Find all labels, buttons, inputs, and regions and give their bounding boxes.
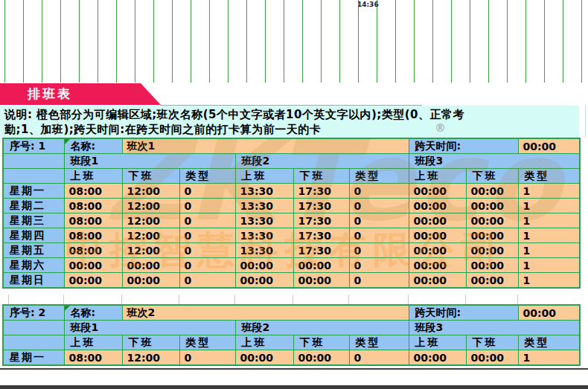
section-header-cell: 班段1 [64,321,235,335]
time-cell[interactable]: 13:30 [235,213,293,228]
time-cell[interactable]: 08:00 [64,228,122,243]
time-cell[interactable]: 12:00 [122,199,179,213]
type-cell[interactable]: 1 [518,258,580,273]
time-cell[interactable]: 00:00 [64,273,122,289]
type-cell[interactable]: 0 [179,273,235,289]
crossday-value-cell[interactable]: 00:00 [518,138,580,154]
spreadsheet-grid [0,0,588,83]
time-cell[interactable]: 00:00 [409,213,466,228]
time-cell[interactable]: 00:00 [235,258,293,273]
type-cell[interactable]: 1 [518,184,580,199]
time-cell[interactable]: 00:00 [122,258,179,273]
spacer-cell [3,321,64,335]
grid-line [63,295,64,304]
time-cell[interactable]: 00:00 [235,273,293,289]
page-divider [0,368,588,370]
type-cell[interactable]: 1 [518,273,580,289]
time-cell[interactable]: 08:00 [64,199,122,213]
column-header-cell: 上班 [64,169,122,184]
time-cell[interactable]: 00:00 [466,213,518,228]
type-cell[interactable]: 0 [179,228,235,243]
section-header-cell: 班段3 [409,154,580,169]
day-cell: 星期四 [3,228,64,243]
type-cell[interactable]: 0 [179,213,235,228]
time-cell[interactable]: 17:30 [293,184,349,199]
time-cell[interactable]: 00:00 [64,258,122,273]
grid-line [465,295,466,304]
shift-name-cell[interactable]: 班次2 [122,305,409,321]
time-cell[interactable]: 00:00 [409,243,466,258]
time-cell[interactable]: 00:00 [293,273,349,289]
type-cell[interactable]: 1 [518,199,580,213]
crossday-value-cell[interactable]: 00:00 [518,305,580,321]
time-cell[interactable]: 12:00 [122,184,179,199]
spacer-cell [3,169,64,184]
time-cell[interactable]: 00:00 [409,258,466,273]
time-cell[interactable]: 00:00 [409,199,466,213]
time-cell[interactable]: 17:30 [293,243,349,258]
time-cell[interactable]: 00:00 [293,258,349,273]
type-cell[interactable]: 0 [349,258,409,273]
time-cell[interactable]: 17:30 [293,228,349,243]
type-cell[interactable]: 0 [349,184,409,199]
shift-table-2: 序号: 2名称:班次2跨天时间:00:00班段1班段2班段3上班下班类型上班下班… [2,304,581,366]
type-cell[interactable]: 0 [349,350,409,366]
time-cell[interactable]: 00:00 [409,350,466,366]
type-cell[interactable]: 0 [349,199,409,213]
time-cell[interactable]: 13:30 [235,243,293,258]
type-cell[interactable]: 0 [179,350,235,366]
column-header-cell: 上班 [409,169,466,184]
serial-cell: 序号: 1 [3,138,64,154]
time-cell[interactable]: 13:30 [235,228,293,243]
time-cell[interactable]: 00:00 [409,184,466,199]
shift-table-2-container: 序号: 2名称:班次2跨天时间:00:00班段1班段2班段3上班下班类型上班下班… [2,304,581,366]
time-cell[interactable]: 00:00 [466,184,518,199]
time-cell[interactable]: 08:00 [64,213,122,228]
type-cell[interactable]: 0 [179,258,235,273]
shift-name-cell[interactable]: 班次1 [122,138,409,154]
type-cell[interactable]: 0 [349,243,409,258]
time-cell[interactable]: 13:30 [235,184,293,199]
time-cell[interactable]: 17:30 [293,213,349,228]
time-cell[interactable]: 00:00 [466,243,518,258]
type-cell[interactable]: 1 [518,228,580,243]
time-cell[interactable]: 08:00 [64,243,122,258]
column-header-cell: 下班 [293,169,349,184]
schedule-sheet-page: 14:36 排班表 说明: 橙色部分为可编辑区域;班次名称(5个中文字或者10个… [0,0,588,389]
time-cell[interactable]: 00:00 [466,228,518,243]
grid-line [408,295,409,304]
day-cell: 星期一 [3,184,64,199]
instructions-line2: 勤;1、加班);跨天时间:在跨天时间之前的打卡算为前一天的卡 [4,122,575,137]
time-cell[interactable]: 00:00 [466,199,518,213]
type-cell[interactable]: 0 [179,184,235,199]
time-cell[interactable]: 00:00 [409,228,466,243]
type-cell[interactable]: 0 [179,199,235,213]
time-cell[interactable]: 00:00 [466,258,518,273]
time-cell[interactable]: 12:00 [122,243,179,258]
time-cell[interactable]: 08:00 [64,350,122,366]
time-cell[interactable]: 00:00 [293,350,349,366]
time-cell[interactable]: 00:00 [466,273,518,289]
time-cell[interactable]: 12:00 [122,350,179,366]
time-cell[interactable]: 00:00 [122,273,179,289]
time-cell[interactable]: 12:00 [122,213,179,228]
grid-line [179,295,179,304]
time-cell[interactable]: 08:00 [64,184,122,199]
day-cell: 星期五 [3,243,64,258]
time-cell[interactable]: 12:00 [122,228,179,243]
note-corner-icon [65,139,70,144]
type-cell[interactable]: 1 [518,243,580,258]
type-cell[interactable]: 0 [349,213,409,228]
type-cell[interactable]: 0 [349,273,409,289]
time-cell[interactable]: 13:30 [235,199,293,213]
time-cell[interactable]: 00:00 [409,273,466,289]
type-cell[interactable]: 1 [518,350,580,366]
instructions-line1: 说明: 橙色部分为可编辑区域;班次名称(5个中文字或者10个英文字以内);类型(… [4,107,575,122]
time-cell[interactable]: 17:30 [293,199,349,213]
time-cell[interactable]: 00:00 [235,350,293,366]
type-cell[interactable]: 0 [179,243,235,258]
type-cell[interactable]: 1 [518,213,580,228]
type-cell[interactable]: 0 [349,228,409,243]
time-cell[interactable]: 00:00 [466,350,518,366]
column-header-cell: 类型 [179,335,235,350]
